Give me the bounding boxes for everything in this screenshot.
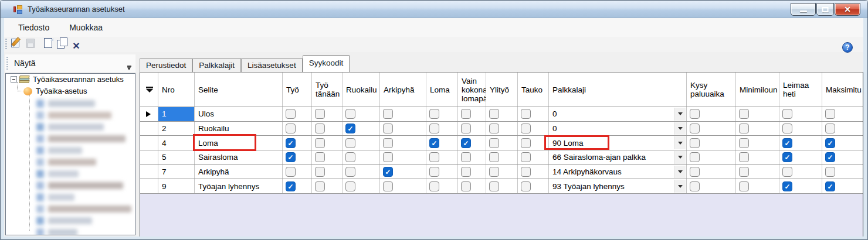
cell-palkkalaji[interactable]: 66 Sairasloma-ajan palkka [549, 150, 687, 164]
tyo-checkbox[interactable] [286, 152, 296, 162]
cell-palkkalaji[interactable]: 14 Arkipyhäkorvaus [549, 165, 687, 179]
redacted-tree-item[interactable] [36, 170, 79, 178]
cell-ruokailu[interactable] [343, 136, 380, 150]
leimaa_heti-checkbox[interactable] [782, 167, 792, 177]
palkkalaji-dropdown-button[interactable] [674, 151, 686, 164]
ylityo-checkbox[interactable] [489, 152, 499, 162]
cell-tyo[interactable] [283, 122, 312, 136]
cell-tauko[interactable] [518, 150, 549, 164]
minimilounas-checkbox[interactable] [739, 181, 749, 191]
cell-ylityo[interactable] [486, 150, 518, 164]
redacted-tree-item[interactable] [36, 193, 74, 201]
cell-tyo_tanaan[interactable] [312, 150, 343, 164]
cell-tauko[interactable] [518, 107, 549, 121]
tyo-checkbox[interactable] [286, 109, 296, 119]
tauko-checkbox[interactable] [521, 138, 531, 148]
menu-tiedosto[interactable]: Tiedosto [11, 20, 56, 35]
tyo-checkbox[interactable] [286, 124, 296, 133]
cell-vain_kokonaiset[interactable] [458, 165, 486, 179]
cell-loma[interactable] [426, 122, 458, 136]
tab-syykoodit[interactable]: Syykoodit [303, 55, 350, 72]
cell-ylityo[interactable] [486, 179, 518, 193]
tyo_tanaan-checkbox[interactable] [315, 152, 325, 162]
ruokailu-checkbox[interactable] [345, 181, 355, 191]
tauko-checkbox[interactable] [521, 109, 531, 119]
leimaa_heti-checkbox[interactable] [782, 152, 792, 162]
cell-ruokailu[interactable] [343, 179, 380, 193]
cell-minimilounas[interactable] [736, 122, 779, 136]
tree-item-tyoaika-asetus[interactable]: Työaika-asetus [17, 87, 87, 95]
ylityo-checkbox[interactable] [489, 138, 499, 148]
cell-loma[interactable] [426, 165, 458, 179]
vain_kokonaiset-checkbox[interactable] [461, 181, 471, 191]
cell-maksimi[interactable] [822, 179, 863, 193]
leimaa_heti-checkbox[interactable] [782, 124, 792, 133]
column-header-maksimi[interactable]: Maksimitu [822, 73, 863, 107]
cell-kysy_paluuaika[interactable] [687, 179, 736, 193]
redacted-tree-item[interactable] [36, 123, 104, 131]
tyo-checkbox[interactable] [286, 181, 296, 191]
save-button[interactable] [23, 36, 38, 49]
cell-tyo[interactable] [283, 165, 312, 179]
cell-arkipyha[interactable] [380, 150, 426, 164]
redacted-tree-item[interactable] [36, 217, 92, 225]
cell-selite[interactable]: Ulos [195, 107, 283, 121]
cell-leimaa_heti[interactable] [779, 179, 822, 193]
tyo_tanaan-checkbox[interactable] [315, 109, 325, 119]
loma-checkbox[interactable] [429, 109, 439, 119]
palkkalaji-dropdown-button[interactable] [674, 180, 686, 193]
column-header-tyo_tanaan[interactable]: Työ tänään [312, 73, 343, 107]
cell-tyo_tanaan[interactable] [312, 122, 343, 136]
tauko-checkbox[interactable] [521, 181, 531, 191]
cell-minimilounas[interactable] [736, 150, 779, 164]
panel-grip[interactable] [6, 57, 8, 70]
column-header-arkipyha[interactable]: Arkipyhä [380, 73, 426, 107]
minimilounas-checkbox[interactable] [739, 152, 749, 162]
cell-kysy_paluuaika[interactable] [687, 136, 736, 150]
tyo_tanaan-checkbox[interactable] [315, 167, 325, 177]
leimaa_heti-checkbox[interactable] [782, 138, 792, 148]
tyo_tanaan-checkbox[interactable] [315, 124, 325, 133]
redacted-tree-item[interactable] [36, 135, 126, 143]
cell-ruokailu[interactable] [343, 107, 380, 121]
tauko-checkbox[interactable] [521, 167, 531, 177]
tyo_tanaan-checkbox[interactable] [315, 181, 325, 191]
cell-ylityo[interactable] [486, 136, 518, 150]
cell-vain_kokonaiset[interactable] [458, 136, 486, 150]
cell-maksimi[interactable] [822, 150, 863, 164]
tyo_tanaan-checkbox[interactable] [315, 138, 325, 148]
arkipyha-checkbox[interactable] [383, 124, 393, 133]
cell-selite[interactable]: Sairasloma [195, 150, 283, 164]
maksimi-checkbox[interactable] [825, 124, 835, 133]
row-selector[interactable] [140, 179, 158, 193]
column-header-vain_kokonaiset[interactable]: Vain kokona lomapä [458, 73, 486, 107]
redacted-tree-item[interactable] [36, 111, 111, 119]
kysy_paluuaika-checkbox[interactable] [690, 181, 700, 191]
kysy_paluuaika-checkbox[interactable] [690, 152, 700, 162]
cell-ylityo[interactable] [486, 122, 518, 136]
column-header-selite[interactable]: Selite [195, 73, 283, 107]
cell-nro[interactable]: 9 [158, 179, 195, 193]
leimaa_heti-checkbox[interactable] [782, 181, 792, 191]
cell-selite[interactable]: Arkipyhä [195, 165, 283, 179]
row-selector[interactable] [140, 136, 158, 150]
column-header-minimilounas[interactable]: Minimiloun [736, 73, 779, 107]
arkipyha-checkbox[interactable] [383, 181, 393, 191]
filter-icon[interactable] [146, 87, 153, 92]
vain_kokonaiset-checkbox[interactable] [461, 124, 471, 133]
column-header-nro[interactable]: Nro [158, 73, 195, 107]
ylityo-checkbox[interactable] [489, 181, 499, 191]
cell-ruokailu[interactable] [343, 122, 380, 136]
help-icon[interactable]: ? [842, 42, 853, 53]
cell-tyo[interactable] [283, 107, 312, 121]
cell-leimaa_heti[interactable] [779, 150, 822, 164]
cell-tyo_tanaan[interactable] [312, 136, 343, 150]
cell-maksimi[interactable] [822, 165, 863, 179]
row-selector[interactable] [140, 165, 158, 179]
column-header-loma[interactable]: Loma [426, 73, 458, 107]
tree-item-root[interactable]: Työaikaseurannan asetuks [11, 75, 124, 84]
arkipyha-checkbox[interactable] [383, 138, 393, 148]
loma-checkbox[interactable] [429, 181, 439, 191]
row-selector[interactable] [140, 122, 158, 136]
menu-muokkaa[interactable]: Muokkaa [62, 20, 110, 35]
